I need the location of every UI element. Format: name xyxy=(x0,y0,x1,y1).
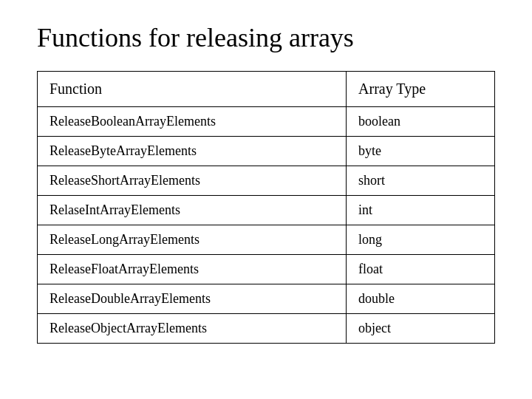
table-row: ReleaseObjectArrayElementsobject xyxy=(38,314,495,344)
functions-table: Function Array Type ReleaseBooleanArrayE… xyxy=(37,71,495,344)
table-row: ReleaseLongArrayElementslong xyxy=(38,225,495,255)
table-row: ReleaseShortArrayElementsshort xyxy=(38,166,495,196)
table-row: ReleaseByteArrayElementsbyte xyxy=(38,137,495,166)
function-name-cell: ReleaseFloatArrayElements xyxy=(38,255,347,284)
table-row: ReleaseFloatArrayElementsfloat xyxy=(38,255,495,284)
function-name-cell: ReleaseShortArrayElements xyxy=(38,166,347,196)
function-name-cell: RelaseIntArrayElements xyxy=(38,196,347,225)
array-type-cell: byte xyxy=(347,137,495,166)
column-header-array-type: Array Type xyxy=(347,72,495,107)
function-name-cell: ReleaseDoubleArrayElements xyxy=(38,284,347,314)
function-name-cell: ReleaseObjectArrayElements xyxy=(38,314,347,344)
array-type-cell: object xyxy=(347,314,495,344)
array-type-cell: boolean xyxy=(347,107,495,137)
table-row: ReleaseDoubleArrayElementsdouble xyxy=(38,284,495,314)
array-type-cell: int xyxy=(347,196,495,225)
array-type-cell: short xyxy=(347,166,495,196)
array-type-cell: double xyxy=(347,284,495,314)
page-title: Functions for releasing arrays xyxy=(37,22,495,53)
function-name-cell: ReleaseByteArrayElements xyxy=(38,137,347,166)
column-header-function: Function xyxy=(38,72,347,107)
function-name-cell: ReleaseLongArrayElements xyxy=(38,225,347,255)
array-type-cell: float xyxy=(347,255,495,284)
function-name-cell: ReleaseBooleanArrayElements xyxy=(38,107,347,137)
array-type-cell: long xyxy=(347,225,495,255)
table-row: ReleaseBooleanArrayElementsboolean xyxy=(38,107,495,137)
table-row: RelaseIntArrayElementsint xyxy=(38,196,495,225)
